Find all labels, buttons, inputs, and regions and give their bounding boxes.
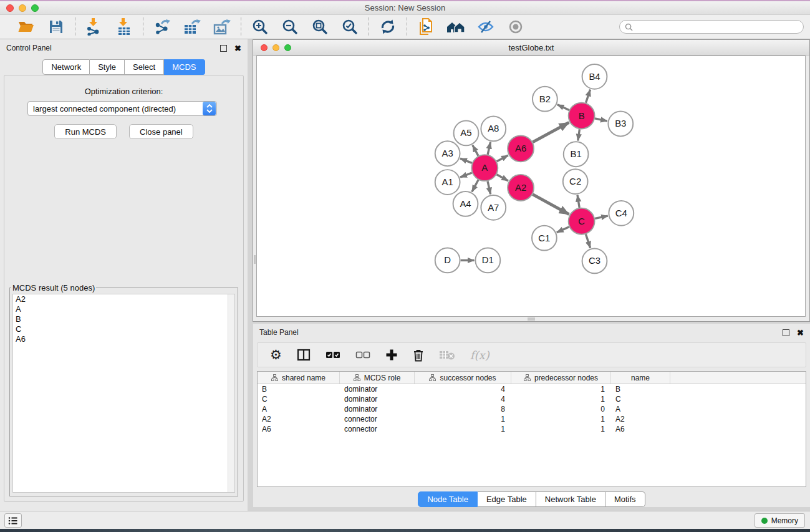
network-horizontal-scrollbar[interactable] xyxy=(528,317,535,321)
table-cell[interactable]: 1 xyxy=(511,425,611,433)
mcds-result-list[interactable]: A2ABCA6 xyxy=(12,294,235,493)
show-all-networks-button[interactable] xyxy=(446,17,466,37)
hide-panel-button[interactable] xyxy=(476,17,496,37)
table-cell[interactable]: A xyxy=(258,405,340,414)
table-cell[interactable]: A2 xyxy=(611,415,670,423)
tab-edge-table[interactable]: Edge Table xyxy=(478,491,536,507)
edge-A-A2[interactable] xyxy=(497,175,509,181)
tab-network-table[interactable]: Network Table xyxy=(536,491,605,507)
table-cell[interactable]: connector xyxy=(340,425,415,433)
column-header-predecessor-nodes[interactable]: predecessor nodes xyxy=(511,372,611,384)
memory-button[interactable]: Memory xyxy=(755,513,805,528)
float-table-panel-icon[interactable] xyxy=(783,329,789,336)
network-graph[interactable]: AA1A2A3A4A5A6A7A8BB1B2B3B4CC1C2C3C4DD1 xyxy=(257,56,805,316)
graph-node-A2[interactable]: A2 xyxy=(508,175,534,201)
tab-style[interactable]: Style xyxy=(90,59,125,75)
mcds-result-item[interactable]: B xyxy=(13,314,234,324)
tab-node-table[interactable]: Node Table xyxy=(418,491,478,507)
network-vertical-scrollbar[interactable] xyxy=(254,255,256,264)
column-header-name[interactable]: name xyxy=(611,372,670,384)
close-table-panel-icon[interactable]: ✖ xyxy=(797,329,804,336)
table-cell[interactable]: 1 xyxy=(415,425,511,433)
graph-node-A4[interactable]: A4 xyxy=(453,191,478,216)
mcds-result-item[interactable]: A xyxy=(13,304,234,314)
column-header-successor-nodes[interactable]: successor nodes xyxy=(415,372,511,384)
network-window-titlebar[interactable]: testGlobe.txt xyxy=(253,40,809,56)
edge-A-A5[interactable] xyxy=(473,145,478,156)
edge-A-A1[interactable] xyxy=(460,173,472,177)
graph-node-C2[interactable]: C2 xyxy=(563,169,588,194)
graph-node-D1[interactable]: D1 xyxy=(475,248,500,273)
network-canvas[interactable]: AA1A2A3A4A5A6A7A8BB1B2B3B4CC1C2C3C4DD1 xyxy=(256,56,806,317)
table-cell[interactable]: 8 xyxy=(415,405,511,414)
open-session-button[interactable] xyxy=(16,17,36,37)
graph-node-A6[interactable]: A6 xyxy=(508,135,534,162)
table-cell[interactable]: B xyxy=(258,385,340,394)
table-cell[interactable]: B xyxy=(611,385,670,394)
show-columns-button[interactable] xyxy=(297,349,311,361)
edge-B-B4[interactable] xyxy=(586,90,591,103)
tab-network[interactable]: Network xyxy=(42,59,90,75)
graph-node-A[interactable]: A xyxy=(471,155,498,181)
table-row[interactable]: Cdominator41C xyxy=(258,394,806,404)
graph-node-B4[interactable]: B4 xyxy=(582,64,607,89)
close-panel-icon[interactable]: ✖ xyxy=(234,45,241,52)
export-table-button[interactable] xyxy=(182,17,202,37)
graph-node-A5[interactable]: A5 xyxy=(454,121,479,146)
edge-A-A7[interactable] xyxy=(488,181,491,195)
table-cell[interactable]: connector xyxy=(340,415,415,423)
table-cell[interactable]: 4 xyxy=(415,385,511,394)
graph-node-B[interactable]: B xyxy=(569,103,595,129)
zoom-out-button[interactable] xyxy=(280,17,300,37)
edge-A-A3[interactable] xyxy=(460,158,472,163)
search-input[interactable] xyxy=(637,22,793,31)
table-cell[interactable]: C xyxy=(258,395,340,404)
import-table-button[interactable] xyxy=(114,17,134,37)
table-cell[interactable]: dominator xyxy=(340,405,415,414)
edge-A-A8[interactable] xyxy=(488,142,490,155)
table-settings-button[interactable]: ⚙ xyxy=(270,349,282,361)
column-header-MCDS-role[interactable]: MCDS role xyxy=(340,372,415,384)
edge-B-B2[interactable] xyxy=(557,105,569,110)
close-panel-button[interactable]: Close panel xyxy=(129,124,193,139)
table-row[interactable]: Bdominator41B xyxy=(258,384,806,394)
edge-C-C4[interactable] xyxy=(595,216,608,218)
table-row[interactable]: A6connector11A6 xyxy=(258,424,806,434)
float-panel-icon[interactable] xyxy=(220,45,227,52)
edge-A6-B[interactable] xyxy=(533,122,569,142)
graph-node-D[interactable]: D xyxy=(435,248,460,273)
table-row[interactable]: Adominator80A xyxy=(258,404,806,414)
function-builder-button[interactable]: f(x) xyxy=(470,349,489,362)
table-cell[interactable]: A xyxy=(611,405,670,414)
create-column-button[interactable] xyxy=(385,349,398,361)
show-hide-button[interactable] xyxy=(506,17,526,37)
edge-A2-C[interactable] xyxy=(533,195,569,215)
table-cell[interactable]: 1 xyxy=(511,395,611,404)
table-cell[interactable]: dominator xyxy=(340,385,415,394)
run-mcds-button[interactable]: Run MCDS xyxy=(54,124,117,139)
edge-C-C3[interactable] xyxy=(586,235,590,248)
clone-network-button[interactable] xyxy=(416,17,436,37)
graph-node-C1[interactable]: C1 xyxy=(532,226,557,251)
table-cell[interactable]: 1 xyxy=(511,415,611,423)
table-cell[interactable]: C xyxy=(611,395,670,404)
criterion-dropdown[interactable]: largest connected component (directed) xyxy=(27,101,217,116)
table-cell[interactable]: A6 xyxy=(258,425,340,433)
table-cell[interactable]: A6 xyxy=(611,425,670,433)
graph-node-C4[interactable]: C4 xyxy=(609,201,634,226)
unselect-all-columns-button[interactable] xyxy=(355,351,370,359)
table-cell[interactable]: 0 xyxy=(511,405,611,414)
delete-column-button[interactable] xyxy=(413,349,424,362)
select-all-columns-button[interactable] xyxy=(325,351,340,359)
apply-layout-button[interactable] xyxy=(378,17,398,37)
table-cell[interactable]: 1 xyxy=(511,385,611,394)
table-cell[interactable]: 1 xyxy=(415,415,511,423)
mcds-result-item[interactable]: A6 xyxy=(13,334,234,344)
show-tasks-button[interactable] xyxy=(4,513,22,528)
tab-select[interactable]: Select xyxy=(125,59,164,75)
import-network-button[interactable] xyxy=(84,17,104,37)
graph-node-C[interactable]: C xyxy=(569,208,595,235)
edge-B-B1[interactable] xyxy=(578,129,580,140)
table-cell[interactable]: dominator xyxy=(340,395,415,404)
graph-node-B1[interactable]: B1 xyxy=(564,142,589,167)
